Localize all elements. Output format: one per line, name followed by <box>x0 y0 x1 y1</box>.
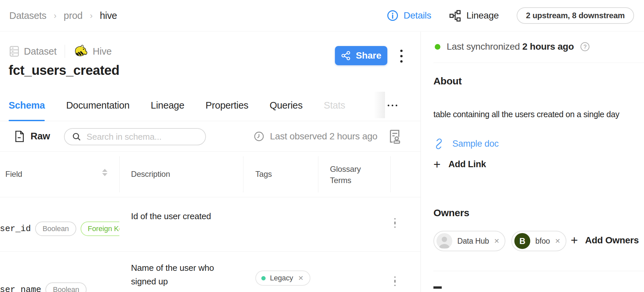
details-view-toggle[interactable]: Details <box>387 10 431 22</box>
tab-schema[interactable]: Schema <box>9 90 45 121</box>
last-observed: Last observed 2 hours ago <box>254 121 377 151</box>
sort-icon[interactable] <box>102 169 107 176</box>
table-row[interactable]: user_id Boolean Foreign Key Id of the us… <box>0 197 420 252</box>
column-divider <box>243 156 243 192</box>
lineage-label: Lineage <box>466 10 499 21</box>
share-button[interactable]: Share <box>335 46 387 65</box>
column-header-field[interactable]: Field <box>5 170 22 179</box>
raw-document-icon <box>15 130 25 142</box>
audit-log-icon[interactable] <box>387 128 403 144</box>
divider <box>65 45 65 58</box>
entity-type-label: Dataset <box>24 46 57 57</box>
schema-toolbar: Raw Last observed 2 hours ago <box>0 121 420 152</box>
avatar <box>436 233 452 249</box>
about-section-title: About <box>433 75 462 87</box>
sample-doc-link[interactable]: Sample doc <box>433 138 499 149</box>
tabs-overflow-button[interactable] <box>385 90 400 121</box>
entity-type-row: Dataset Hive <box>9 44 112 59</box>
lineage-view-toggle[interactable]: Lineage <box>449 10 499 22</box>
platform-label: Hive <box>93 46 112 57</box>
tag-color-dot <box>261 276 266 280</box>
about-description: table containing all the users created o… <box>433 107 640 122</box>
remove-tag-icon[interactable]: ✕ <box>298 274 304 282</box>
column-divider <box>119 156 120 192</box>
add-owners-button[interactable]: + Add Owners <box>571 235 639 246</box>
schema-search-input[interactable] <box>86 131 202 142</box>
entity-tabs: Schema Documentation Lineage Properties … <box>0 90 420 121</box>
owner-name: Data Hub <box>457 237 489 246</box>
breadcrumb-separator: › <box>54 11 56 21</box>
breadcrumb-datasets[interactable]: Datasets <box>9 10 46 21</box>
tag-legacy[interactable]: Legacy ✕ <box>255 270 310 286</box>
next-section-clipped <box>433 286 442 289</box>
column-header-tags: Tags <box>255 170 272 179</box>
avatar: B <box>514 233 530 249</box>
tab-properties[interactable]: Properties <box>206 90 248 121</box>
sync-label: Last synchronized <box>447 41 520 52</box>
column-divider <box>318 156 318 192</box>
field-name: user_id <box>0 224 31 234</box>
tab-lineage[interactable]: Lineage <box>151 90 184 121</box>
last-observed-text: Last observed 2 hours ago <box>270 131 377 142</box>
column-header-glossary-terms: Glossary Terms <box>330 164 370 186</box>
sidebar-divider <box>433 63 644 63</box>
share-icon <box>341 51 351 61</box>
lineage-count-text: 2 upstream, 8 downstream <box>526 11 625 20</box>
add-link-label: Add Link <box>448 159 486 170</box>
column-divider <box>390 156 391 192</box>
hive-logo <box>73 44 88 59</box>
search-icon <box>72 132 81 141</box>
raw-label: Raw <box>31 131 50 142</box>
dataset-main-panel: Dataset Hive fct_users_created Share <box>0 32 420 292</box>
sidebar-divider <box>433 271 644 271</box>
raw-toggle-button[interactable]: Raw <box>15 121 50 151</box>
row-menu-icon[interactable] <box>390 218 400 228</box>
owners-section-title: Owners <box>433 207 469 219</box>
breadcrumb-prod[interactable]: prod <box>64 10 83 21</box>
field-name: user_name <box>0 285 41 292</box>
field-description[interactable]: Name of the user who signed up <box>131 261 234 288</box>
entity-sidebar: Last synchronized 2 hours ago ? About ta… <box>421 32 644 292</box>
field-cell: user_id Boolean Foreign Key <box>0 197 119 251</box>
last-synchronized: Last synchronized 2 hours ago ? <box>435 39 590 54</box>
owner-chip-datahub[interactable]: Data Hub ✕ <box>433 231 505 251</box>
remove-owner-icon[interactable]: ✕ <box>555 237 560 245</box>
plus-icon: + <box>571 235 578 245</box>
field-description[interactable]: Id of the user created <box>131 210 234 223</box>
tag-name: Legacy <box>270 274 293 282</box>
lineage-graph-icon <box>449 10 461 22</box>
details-label: Details <box>404 10 431 21</box>
sample-doc-label: Sample doc <box>452 139 499 149</box>
lineage-count-badge[interactable]: 2 upstream, 8 downstream <box>517 7 634 24</box>
owner-chips: Data Hub ✕ B bfoo ✕ <box>433 231 566 251</box>
sync-time: 2 hours ago <box>522 41 574 52</box>
topbar-view-controls: Details Lineage 2 upstream, 8 downstream <box>387 7 634 24</box>
field-cell: user_name Boolean <box>0 251 119 292</box>
clock-icon <box>254 131 264 142</box>
tabs-scroll-fade <box>374 92 385 118</box>
tab-documentation[interactable]: Documentation <box>66 90 129 121</box>
foreign-key-badge[interactable]: Foreign Key <box>81 221 119 236</box>
breadcrumb-separator: › <box>90 11 93 21</box>
schema-table-header: Field Description Tags Glossary Terms <box>0 152 420 197</box>
top-navigation-bar: Datasets › prod › hive Details <box>0 0 644 31</box>
breadcrumb-hive[interactable]: hive <box>100 10 117 21</box>
entity-more-menu[interactable] <box>394 47 409 65</box>
sync-status-dot <box>435 44 440 50</box>
add-link-button[interactable]: + Add Link <box>433 159 486 170</box>
add-owners-label: Add Owners <box>585 235 639 246</box>
row-menu-icon[interactable] <box>390 276 400 286</box>
owner-chip-bfoo[interactable]: B bfoo ✕ <box>511 231 566 251</box>
breadcrumb: Datasets › prod › hive <box>9 10 117 21</box>
tab-stats: Stats <box>324 90 345 121</box>
type-badge: Boolean <box>35 221 76 236</box>
share-label: Share <box>356 50 381 61</box>
help-icon[interactable]: ? <box>580 42 590 52</box>
dataset-icon <box>9 46 19 57</box>
remove-owner-icon[interactable]: ✕ <box>494 237 500 245</box>
table-row[interactable]: user_name Boolean Name of the user who s… <box>0 251 420 292</box>
type-badge: Boolean <box>45 282 86 292</box>
tab-queries[interactable]: Queries <box>270 90 302 121</box>
info-icon <box>387 10 399 22</box>
link-icon <box>433 138 444 149</box>
